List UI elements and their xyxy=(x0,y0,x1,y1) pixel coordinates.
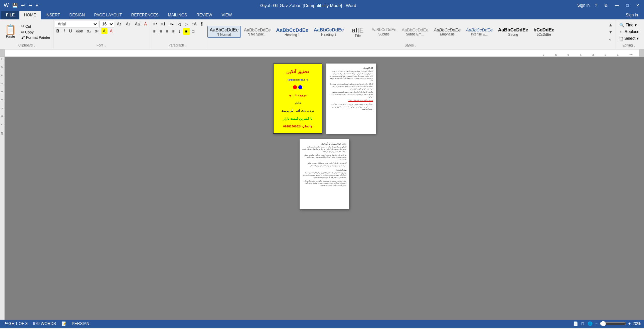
text-highlight-button[interactable]: A xyxy=(101,28,107,34)
styles-expand[interactable]: ⌄ xyxy=(415,44,417,47)
close-button[interactable]: ✕ xyxy=(634,2,641,8)
sort-button[interactable]: ↕A xyxy=(190,21,198,27)
sign-in-button[interactable]: Sign in xyxy=(577,3,590,8)
zoom-out-button[interactable]: − xyxy=(595,321,598,326)
tab-page-layout[interactable]: PAGE LAYOUT xyxy=(90,11,127,19)
redo-button[interactable]: ↪ xyxy=(27,2,33,9)
zoom-in-button[interactable]: + xyxy=(628,321,631,326)
style-subtitle[interactable]: AaBbCcDdEe Subtitle xyxy=(369,26,398,37)
center-button[interactable]: ≡ xyxy=(158,28,164,35)
cut-button[interactable]: ✂ Cut xyxy=(20,24,52,29)
shrink-font-button[interactable]: A↓ xyxy=(124,21,132,27)
tab-view[interactable]: VIEW xyxy=(217,11,236,19)
zoom-slider[interactable] xyxy=(600,321,626,326)
document-page-1[interactable]: تحقیق آنلاین Tahghighonline.ir ◄ مرجع دا… xyxy=(273,64,322,134)
document-page-3[interactable]: بخش دوم: پرورش و نگهداری گل گاو زبان گیا… xyxy=(300,139,349,209)
title-bar-left: W 💾 ↩ ↪ ▾ xyxy=(3,2,39,9)
style-nospace[interactable]: AaBbCcDdEe ¶ No Spac... xyxy=(241,26,273,38)
style-heading2[interactable]: AaBbCcDdEe Heading 2 xyxy=(311,26,346,38)
borders-button[interactable]: □ xyxy=(190,28,196,35)
style-subtitle-preview: AaBbCcDdEe xyxy=(371,27,396,32)
print-layout-icon[interactable]: 🗋 xyxy=(581,321,585,326)
superscript-button[interactable]: x² xyxy=(94,28,100,34)
undo-button[interactable]: ↩ xyxy=(20,2,26,9)
font-size-select[interactable]: 16 xyxy=(99,21,114,27)
select-icon: ⬚ xyxy=(619,36,623,41)
line-spacing-button[interactable]: ↕ xyxy=(177,28,182,35)
tab-mailings[interactable]: MAILINGS xyxy=(163,11,192,19)
font-color-button[interactable]: A xyxy=(108,28,114,34)
clipboard-expand[interactable]: ⌄ xyxy=(33,44,36,47)
copy-button[interactable]: ⧉ Copy xyxy=(20,29,52,34)
tab-references[interactable]: REFERENCES xyxy=(127,11,163,19)
tab-file[interactable]: FILE xyxy=(1,11,19,19)
styles-scroll-down[interactable]: ▼ xyxy=(608,28,614,35)
clear-format-button[interactable]: A xyxy=(142,21,148,27)
style-bccddee[interactable]: bCcDdEe bCcDdEe xyxy=(531,26,556,38)
increase-indent-button[interactable]: ▷ xyxy=(183,21,189,27)
underline-button[interactable]: U xyxy=(67,28,74,34)
editing-expand[interactable]: ⌄ xyxy=(633,44,636,47)
page-row-2: بخش دوم: پرورش و نگهداری گل گاو زبان گیا… xyxy=(300,139,349,209)
paste-button[interactable]: 📋 Paste xyxy=(3,24,18,39)
style-intense-preview: AaBbCcDdEe xyxy=(466,27,493,33)
decrease-indent-button[interactable]: ◁ xyxy=(176,21,182,27)
font-family-select[interactable]: Arial xyxy=(55,21,98,27)
justify-button[interactable]: ≡ xyxy=(171,28,176,35)
select-button[interactable]: ⬚ Select ▾ xyxy=(617,35,641,41)
paragraph-expand[interactable]: ⌄ xyxy=(185,44,187,47)
style-strong-preview: AaBbCcDdEe xyxy=(498,27,528,33)
document-area: 1 2 3 4 5 6 7 8 9 10 تحقیق آنلاین Tahghi… xyxy=(0,57,644,320)
style-h1-label: Heading 1 xyxy=(285,33,300,37)
shading-button[interactable]: ■ xyxy=(183,28,190,35)
style-intense[interactable]: AaBbCcDdEe Intense E... xyxy=(464,26,495,38)
read-mode-icon[interactable]: 📄 xyxy=(573,321,578,326)
ruler-mark-7: 7 xyxy=(543,53,544,57)
style-subtle-em[interactable]: AaBbCcDdEe Subtle Em... xyxy=(399,26,431,38)
align-left-button[interactable]: ≡ xyxy=(151,28,157,35)
strikethrough-button[interactable]: abc xyxy=(74,28,84,34)
tab-insert[interactable]: INSERT xyxy=(41,11,65,19)
subscript-button[interactable]: x₂ xyxy=(86,28,93,34)
bold-button[interactable]: B xyxy=(55,28,61,34)
title-bar: W 💾 ↩ ↪ ▾ Giyah-Gil-Gav-Zaban [Compatibi… xyxy=(0,0,644,11)
style-emphasis[interactable]: AaBbCcDdEe Emphasis xyxy=(432,26,463,38)
format-painter-button[interactable]: 🖌 Format Painter xyxy=(20,35,52,40)
numbering-button[interactable]: ≡1 xyxy=(159,21,167,27)
web-layout-icon[interactable]: 🌐 xyxy=(588,321,593,326)
quick-access-dropdown[interactable]: ▾ xyxy=(35,2,39,9)
style-strong[interactable]: AaBbCcDdEe Strong xyxy=(496,26,530,38)
styles-scroll-up[interactable]: ▲ xyxy=(608,21,614,28)
bullets-button[interactable]: ≡• xyxy=(151,21,158,27)
font-group-label: Font ⌄ xyxy=(55,43,149,48)
font-expand[interactable]: ⌄ xyxy=(104,44,107,47)
styles-more[interactable]: ⌄ xyxy=(608,35,614,42)
page-count: PAGE 1 OF 3 xyxy=(3,321,27,326)
ruler-tab-stop[interactable]: ⊸ xyxy=(629,52,633,57)
document-page-2[interactable]: گل گاو زبان گیاه گل گاو زبان از جمله دار… xyxy=(326,64,376,134)
style-subtitle-label: Subtitle xyxy=(378,32,389,36)
restore-button[interactable]: ⧉ xyxy=(603,2,610,8)
para-row-1: ≡• ≡1 ≡▸ ◁ ▷ ↕A ¶ xyxy=(151,21,204,27)
style-heading1[interactable]: AaBbCcDdEe Heading 1 xyxy=(274,26,311,38)
editing-content: 🔍 Find ▾ ↔ Replace ⬚ Select ▾ xyxy=(617,21,641,43)
multilevel-button[interactable]: ≡▸ xyxy=(168,21,175,27)
grow-font-button[interactable]: A↑ xyxy=(115,21,123,27)
sign-in-link[interactable]: Sign in xyxy=(621,11,643,19)
align-right-button[interactable]: ≡ xyxy=(164,28,170,35)
document-canvas[interactable]: تحقیق آنلاین Tahghighonline.ir ◄ مرجع دا… xyxy=(5,57,644,320)
show-hide-button[interactable]: ¶ xyxy=(199,21,204,27)
italic-button[interactable]: I xyxy=(62,28,66,34)
tab-design[interactable]: DESIGN xyxy=(65,11,90,19)
tab-home[interactable]: HOME xyxy=(19,11,41,19)
maximize-button[interactable]: □ xyxy=(624,2,631,8)
save-button[interactable]: 💾 xyxy=(11,2,19,9)
replace-button[interactable]: ↔ Replace xyxy=(617,29,641,35)
help-button[interactable]: ? xyxy=(593,2,599,8)
find-button[interactable]: 🔍 Find ▾ xyxy=(617,22,639,28)
minimize-button[interactable]: — xyxy=(613,2,621,8)
style-title[interactable]: aItE Title xyxy=(347,25,368,39)
style-normal[interactable]: AaBbCcDdEe ¶ Normal xyxy=(207,26,241,38)
change-case-button[interactable]: Aa xyxy=(133,21,142,27)
tab-review[interactable]: REVIEW xyxy=(192,11,217,19)
